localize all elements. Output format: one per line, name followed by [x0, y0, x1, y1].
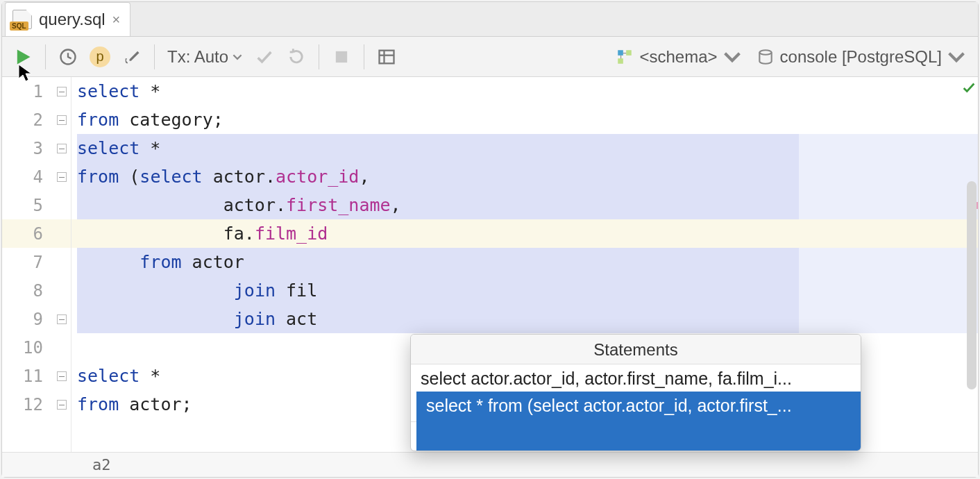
- line-number: 10: [23, 338, 43, 358]
- data-view-button[interactable]: [373, 43, 400, 71]
- sql-file-icon: [12, 10, 32, 29]
- popup-title: Statements: [411, 335, 861, 364]
- tab-bar: query.sql ×: [2, 2, 978, 37]
- code-area[interactable]: select * from category; select * from (s…: [71, 77, 978, 452]
- p-badge: p: [90, 47, 110, 67]
- svg-rect-7: [627, 50, 632, 56]
- mouse-cursor: [17, 63, 34, 84]
- console-label: console [PostgreSQL]: [780, 47, 942, 67]
- schema-label: <schema>: [639, 47, 717, 67]
- scrollbar-thumb[interactable]: [967, 181, 977, 389]
- fold-icon[interactable]: [57, 115, 67, 125]
- fold-icon[interactable]: [57, 144, 67, 153]
- code-line[interactable]: from (select actor.actor_id,: [71, 162, 978, 191]
- code-line[interactable]: from actor: [71, 248, 978, 276]
- breadcrumb-text: a2: [92, 456, 111, 473]
- code-line[interactable]: join act: [71, 305, 978, 333]
- fold-icon[interactable]: [57, 371, 67, 381]
- svg-rect-6: [618, 50, 624, 56]
- statements-popup: Statements select actor.actor_id, actor.…: [410, 334, 861, 451]
- code-line[interactable]: fa.film_id: [71, 219, 978, 248]
- fold-icon[interactable]: [57, 400, 67, 410]
- toolbar-separator: [45, 44, 46, 69]
- breadcrumb-bar: a2: [2, 452, 978, 477]
- line-number: 7: [33, 253, 43, 272]
- p-badge-button[interactable]: p: [86, 43, 114, 71]
- svg-rect-3: [380, 50, 394, 63]
- fold-icon[interactable]: [57, 87, 67, 96]
- code-line[interactable]: actor.first_name,: [71, 191, 978, 219]
- code-line[interactable]: from category;: [71, 106, 978, 134]
- toolbar-separator: [154, 44, 155, 69]
- gutter: 1 2 3 4 5 6 7 8 9 10 11 12: [2, 77, 71, 452]
- commit-button[interactable]: [251, 43, 278, 71]
- inspection-ok-icon: [961, 80, 977, 95]
- toolbar-separator: [364, 44, 364, 69]
- svg-marker-0: [17, 49, 31, 64]
- line-number: 12: [23, 395, 43, 414]
- line-number: 11: [23, 367, 43, 386]
- editor[interactable]: 1 2 3 4 5 6 7 8 9 10 11 12 select * from…: [2, 77, 978, 452]
- transaction-mode-dropdown[interactable]: Tx: Auto: [163, 47, 246, 67]
- fold-icon[interactable]: [57, 172, 67, 182]
- toolbar-separator: [319, 44, 319, 69]
- schema-icon: [616, 48, 634, 66]
- database-icon: [757, 48, 775, 66]
- tx-label: Tx: Auto: [167, 47, 228, 67]
- line-number: 3: [33, 139, 43, 158]
- svg-rect-2: [336, 51, 347, 62]
- line-number: 8: [33, 281, 43, 301]
- line-number: 5: [33, 196, 43, 215]
- tab-filename: query.sql: [39, 10, 105, 29]
- chevron-down-icon: [947, 48, 965, 66]
- code-line[interactable]: select *: [71, 134, 978, 162]
- line-number: 2: [33, 110, 43, 130]
- line-number: 1: [33, 82, 43, 101]
- svg-point-11: [759, 50, 771, 55]
- settings-button[interactable]: [118, 43, 146, 71]
- line-number: 4: [33, 167, 43, 187]
- code-line[interactable]: select *: [71, 77, 978, 106]
- file-tab[interactable]: query.sql ×: [5, 2, 130, 36]
- console-selector[interactable]: console [PostgreSQL]: [751, 47, 971, 67]
- stop-button[interactable]: [328, 43, 355, 71]
- chevron-down-icon: [233, 52, 242, 62]
- code-line[interactable]: join fil: [71, 276, 978, 305]
- chevron-down-icon: [723, 48, 741, 66]
- popup-item-selected[interactable]: select * from (select actor.actor_id, ac…: [416, 392, 861, 451]
- popup-item[interactable]: select actor.actor_id, actor.first_name,…: [411, 364, 861, 393]
- line-number: 6: [33, 224, 43, 244]
- close-tab-icon[interactable]: ×: [112, 12, 121, 28]
- history-button[interactable]: [54, 43, 82, 71]
- ide-window: query.sql × p Tx: Auto: [1, 1, 979, 478]
- rollback-button[interactable]: [282, 43, 310, 71]
- toolbar: p Tx: Auto <schema>: [2, 37, 978, 77]
- line-number: 9: [33, 310, 43, 329]
- svg-rect-8: [618, 58, 624, 64]
- fold-icon[interactable]: [57, 314, 67, 324]
- schema-selector[interactable]: <schema>: [610, 47, 746, 67]
